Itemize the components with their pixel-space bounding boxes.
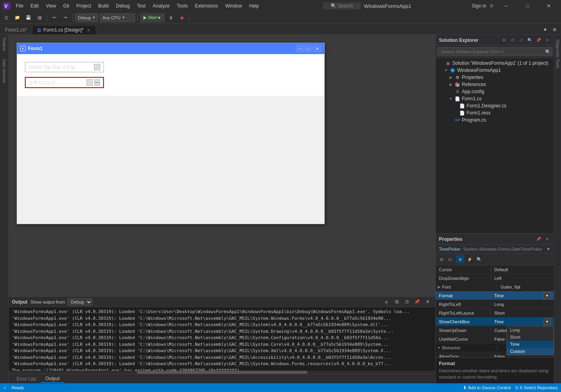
output-source-dropdown[interactable]: Debug (68, 298, 92, 306)
solution-search-input[interactable] (437, 47, 552, 56)
start-btn[interactable]: ▶ Start ▼ (140, 13, 164, 23)
menu-analyze[interactable]: Analyze (150, 2, 173, 9)
tree-item-form1resx[interactable]: 📄 Form1.resx (450, 109, 554, 116)
prop-row-dropdownalign[interactable]: DropDownAlign Left (436, 274, 554, 283)
prop-row-cursor[interactable]: Cursor Default (436, 265, 554, 274)
output-close-btn[interactable]: ✕ (423, 297, 432, 307)
menu-extensions[interactable]: Extensions (192, 2, 221, 9)
prop-pin-btn[interactable]: 📌 (535, 236, 542, 243)
tree-item-references[interactable]: ▶ 📚 References (445, 81, 554, 88)
tab-settings-btn[interactable]: ⚙ (550, 25, 559, 34)
tab-form1cs[interactable]: Form1.cs* (0, 25, 32, 34)
diagnostic-tools-label[interactable]: Diagnostic Tools (555, 36, 560, 71)
prop-row-font[interactable]: ▶ Font Gulim, 9pt (436, 283, 554, 291)
prop-showcheckbox-dropdown-btn[interactable]: ▼ (544, 318, 551, 325)
time-picker-down-btn[interactable]: ▼ (94, 83, 100, 86)
date-picker-dropdown-btn[interactable]: ▼ (94, 64, 100, 70)
time-picker-dropdown-btn[interactable]: ▼ (87, 79, 93, 86)
output-scroll-btn[interactable]: ⏱ (402, 297, 412, 307)
sol-icon-2[interactable]: ↺ (509, 37, 516, 44)
time-picker-control[interactable]: 오후 11:21:17 ▼ ▲ ▼ (25, 77, 104, 88)
tree-item-form1designer[interactable]: 📄 Form1.Designer.cs (450, 102, 554, 109)
dropdown-item-custom[interactable]: Custom (507, 348, 553, 355)
tree-item-properties[interactable]: ▶ ⚙ Properties (445, 74, 554, 81)
menu-view[interactable]: View (43, 2, 59, 9)
prop-behavior-expand[interactable]: ▼ (436, 343, 442, 352)
output-pin-btn[interactable]: 📌 (412, 297, 422, 307)
output-wrap-btn[interactable]: ≡ (382, 297, 391, 307)
toolbox-tab[interactable]: Toolbox (1, 36, 8, 52)
dropdown-item-time[interactable]: Time (507, 341, 553, 348)
pause-btn[interactable]: ⏸ (166, 13, 176, 23)
solution-root-item[interactable]: ▣ Solution 'WindowsFormsApp1' (1 of 1 pr… (436, 60, 554, 67)
form-maximize-btn[interactable]: □ (305, 45, 313, 52)
prop-properties-btn[interactable]: ≡ (456, 255, 464, 263)
menu-edit[interactable]: Edit (27, 2, 42, 9)
prop-categorized-btn[interactable]: ⊞ (437, 255, 445, 263)
new-project-btn[interactable]: 🗋 (2, 13, 11, 23)
open-btn[interactable]: 📁 (13, 13, 22, 23)
menu-help[interactable]: Help (246, 2, 262, 9)
prop-format-dropdown-btn[interactable]: ▼ (544, 292, 551, 299)
debug-config-dropdown[interactable]: Debug ▼ (75, 13, 98, 22)
maximize-button[interactable]: □ (518, 0, 537, 12)
menu-tools[interactable]: Tools (173, 2, 191, 9)
date-picker-control[interactable]: 2024년 3월 20일 수요일 ▼ (25, 62, 104, 72)
menu-debug[interactable]: Debug (113, 2, 133, 9)
search-box[interactable]: 🔍 Search (323, 2, 361, 9)
save-all-btn[interactable]: 🖫 (35, 13, 44, 23)
tab-form1cs-design[interactable]: 🖼 Form1.cs [Design]* ✕ (32, 25, 96, 34)
output-find-btn[interactable]: ⊟ (392, 297, 401, 307)
redo-btn[interactable]: ↪ (60, 13, 70, 23)
undo-btn[interactable]: ↩ (49, 13, 59, 23)
dropdown-item-long[interactable]: Long (507, 326, 553, 334)
stop-btn[interactable]: ⏹ (177, 13, 187, 23)
prop-events-btn[interactable]: ⚡ (466, 255, 474, 263)
minimize-button[interactable]: ─ (497, 0, 515, 12)
data-sources-tab[interactable]: Data Sources (1, 63, 8, 79)
menu-git[interactable]: Git (60, 2, 72, 9)
menu-project[interactable]: Project (73, 2, 94, 9)
dropdown-item-short[interactable]: Short (507, 334, 553, 341)
form-close-btn[interactable]: ✕ (313, 45, 321, 52)
select-repository-btn[interactable]: ⎘ ⎘ Select Repository (516, 385, 558, 390)
prop-font-expand[interactable]: ▶ (436, 283, 442, 291)
time-picker-up-btn[interactable]: ▲ (94, 79, 100, 83)
tab-form1cs-design-label: Form1.cs [Design]* (43, 27, 84, 33)
tab-close-btn[interactable]: ✕ (86, 28, 91, 33)
close-button[interactable]: ✕ (540, 0, 558, 12)
tree-item-app[interactable]: ▼ 🔷 WindowsFormsApp1 (441, 67, 554, 74)
sol-pin-btn[interactable]: 📌 (535, 37, 542, 44)
sol-close-btn[interactable]: ✕ (544, 37, 551, 44)
prop-search-btn[interactable]: 🔍 (475, 255, 483, 263)
prop-alphabetical-btn[interactable]: A↓ (447, 255, 455, 263)
prop-row-format[interactable]: Format Time ▼ (436, 291, 554, 300)
menu-test[interactable]: Test (134, 2, 149, 9)
menu-window[interactable]: Window (222, 2, 245, 9)
menu-file[interactable]: File (13, 2, 26, 9)
sol-icon-4[interactable]: 🔍 (526, 37, 533, 44)
menu-build[interactable]: Build (95, 2, 112, 9)
vs-logo: V (3, 2, 10, 9)
save-btn[interactable]: 💾 (24, 13, 33, 23)
output-scrollbar-thumb[interactable] (137, 371, 307, 374)
prop-row-righttoleft[interactable]: RightToLeft Long (436, 300, 554, 309)
sol-icon-3[interactable]: ↗ (518, 37, 525, 44)
tree-item-appconfig[interactable]: ⚙ App.config (445, 88, 554, 95)
tab-overflow-btn[interactable]: ▼ (540, 25, 550, 34)
tree-item-form1cs[interactable]: ▼ 📄 Form1.cs (445, 95, 554, 102)
sol-icon-1[interactable]: ⚙ (500, 37, 507, 44)
settings-icon[interactable]: ⚙ (489, 3, 494, 9)
cpu-config-dropdown[interactable]: Any CPU ▼ (100, 13, 135, 22)
prop-close-btn[interactable]: ✕ (544, 236, 551, 243)
output-scrollbar[interactable] (9, 371, 435, 374)
tree-item-programcs[interactable]: C# Program.cs (445, 116, 554, 124)
add-to-source-control-btn[interactable]: ⬆ Add to Source Control (463, 385, 511, 390)
tab-output[interactable]: Output (41, 375, 64, 383)
form-minimize-btn[interactable]: ─ (296, 45, 304, 52)
prop-row-showcheckbox[interactable]: ShowCheckBox Time ▼ (436, 317, 554, 326)
sign-in[interactable]: Sign in (472, 3, 486, 9)
tab-error-list[interactable]: Error List (12, 375, 41, 383)
prop-object-dropdown-arrow[interactable]: ▼ (546, 246, 551, 252)
prop-row-righttoleftlayout[interactable]: RightToLeftLayout Short (436, 309, 554, 317)
